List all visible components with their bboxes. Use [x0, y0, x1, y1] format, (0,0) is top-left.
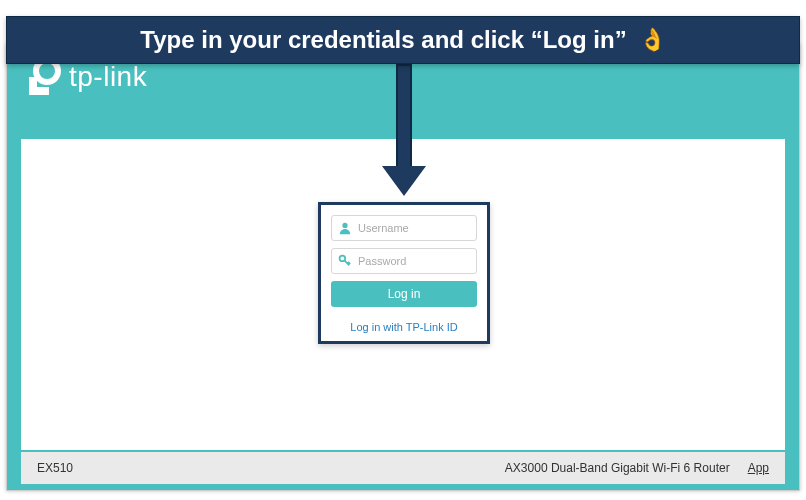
password-field-wrapper [331, 248, 477, 274]
instruction-arrow-head [382, 166, 426, 196]
key-icon [338, 254, 352, 268]
instruction-banner: Type in your credentials and click “Log … [6, 16, 800, 64]
instruction-arrow [396, 64, 412, 174]
password-input[interactable] [358, 255, 470, 267]
instruction-text: Type in your credentials and click “Log … [140, 26, 626, 54]
svg-point-3 [342, 223, 347, 228]
tp-link-logo-text: tp-link [69, 61, 147, 93]
user-icon [338, 221, 352, 235]
footer-model: EX510 [37, 461, 73, 475]
login-card: Log in Log in with TP-Link ID [318, 202, 490, 344]
username-field-wrapper [331, 215, 477, 241]
svg-rect-2 [29, 87, 49, 95]
login-button[interactable]: Log in [331, 281, 477, 307]
username-input[interactable] [358, 222, 470, 234]
login-with-tplink-id-link[interactable]: Log in with TP-Link ID [331, 317, 477, 335]
ok-hand-icon: 👌 [639, 27, 666, 53]
footer-product-name: AX3000 Dual-Band Gigabit Wi-Fi 6 Router [505, 461, 730, 475]
router-footer: EX510 AX3000 Dual-Band Gigabit Wi-Fi 6 R… [21, 452, 785, 484]
footer-app-link[interactable]: App [748, 461, 769, 475]
